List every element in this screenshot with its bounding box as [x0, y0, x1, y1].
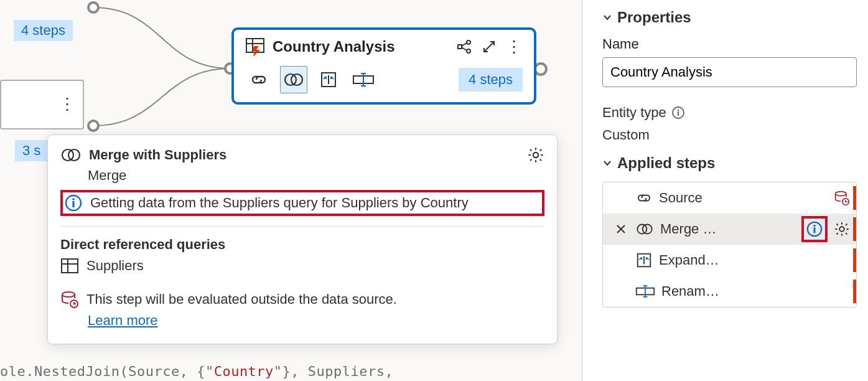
- svg-point-24: [62, 292, 75, 297]
- diagram-canvas[interactable]: 4 steps ⋮ 3 s Country Analysis: [0, 0, 582, 381]
- popup-subtitle: Merge: [88, 167, 544, 184]
- chevron-down-icon: [602, 158, 612, 168]
- svg-rect-20: [72, 201, 74, 207]
- referenced-query-item[interactable]: Suppliers: [60, 258, 544, 274]
- source-link-icon: [635, 192, 653, 204]
- merge-venn-icon[interactable]: [280, 66, 307, 93]
- svg-line-7: [462, 43, 467, 46]
- database-clock-icon: [834, 190, 850, 206]
- popup-title: Merge with Suppliers: [89, 147, 520, 163]
- name-input[interactable]: [602, 57, 857, 87]
- expand-column-icon[interactable]: [315, 66, 342, 93]
- merge-venn-icon: [635, 223, 654, 235]
- divider: [60, 226, 544, 227]
- svg-point-5: [467, 40, 470, 44]
- expand-arrows-icon[interactable]: [480, 38, 498, 55]
- svg-rect-4: [458, 45, 462, 49]
- applied-steps-section-header[interactable]: Applied steps: [602, 154, 857, 172]
- share-nodes-icon[interactable]: [455, 38, 473, 55]
- node-connector-dot: [87, 120, 100, 132]
- applied-step-merge[interactable]: Merge …: [603, 214, 856, 245]
- steps-badge-upstream-1: 4 steps: [14, 20, 73, 41]
- merge-venn-icon: [60, 148, 82, 162]
- info-circle-icon: [64, 194, 83, 212]
- source-link-icon[interactable]: [245, 66, 273, 93]
- svg-line-8: [462, 47, 467, 50]
- gear-icon[interactable]: [527, 146, 544, 164]
- formula-bar[interactable]: ole.NestedJoin(Source, {"Country"}, Supp…: [0, 364, 393, 379]
- step-label: Merge …: [660, 221, 795, 237]
- entity-type-label: Entity type: [602, 105, 666, 121]
- popup-info-text: Getting data from the Suppliers query fo…: [90, 195, 469, 211]
- properties-panel: Properties Name Entity type Custom Appli…: [582, 0, 868, 381]
- svg-point-19: [72, 198, 75, 200]
- step-label: Renam…: [661, 283, 850, 299]
- svg-rect-28: [678, 111, 679, 116]
- node-connector-dot: [87, 1, 100, 14]
- fold-indicator: [853, 217, 856, 241]
- chevron-down-icon: [602, 12, 612, 22]
- database-clock-icon: [60, 290, 79, 309]
- svg-rect-21: [62, 259, 78, 273]
- svg-point-34: [813, 225, 815, 227]
- svg-point-17: [533, 153, 538, 158]
- steps-count-badge: 4 steps: [459, 68, 523, 92]
- expand-column-icon: [635, 252, 653, 269]
- step-details-popup: Merge with Suppliers Merge Getting data …: [47, 134, 558, 344]
- referenced-query-name: Suppliers: [86, 258, 144, 274]
- svg-point-29: [836, 192, 846, 196]
- fold-indicator: [853, 280, 856, 303]
- applied-step-source[interactable]: Source: [603, 182, 856, 214]
- fold-indicator: [853, 248, 856, 272]
- info-circle-icon[interactable]: [671, 106, 685, 120]
- step-info-highlight: [801, 216, 828, 242]
- steps-badge-upstream-2: 3 s: [15, 140, 48, 161]
- referenced-queries-header: Direct referenced queries: [60, 237, 544, 253]
- query-node-title: Country Analysis: [273, 38, 448, 55]
- step-label: Expand…: [659, 252, 850, 268]
- applied-step-expand[interactable]: Expand…: [603, 245, 856, 276]
- svg-point-36: [839, 227, 844, 232]
- delete-step-icon[interactable]: [613, 223, 629, 235]
- name-label: Name: [602, 36, 857, 52]
- more-vertical-icon[interactable]: ⋮: [59, 95, 75, 114]
- fold-indicator: [853, 186, 856, 210]
- rename-cursor-icon[interactable]: [350, 66, 377, 93]
- more-vertical-icon[interactable]: ⋮: [505, 38, 523, 55]
- table-lightning-icon: [245, 37, 265, 56]
- gear-icon[interactable]: [834, 221, 850, 237]
- applied-steps-list: Source Merge …: [602, 182, 857, 308]
- evaluation-warning-text: This step will be evaluated outside the …: [86, 291, 397, 308]
- rename-cursor-icon: [635, 285, 655, 298]
- svg-point-27: [677, 110, 679, 111]
- entity-type-value: Custom: [602, 127, 857, 143]
- table-icon: [60, 258, 79, 274]
- properties-section-header[interactable]: Properties: [602, 9, 857, 26]
- svg-marker-3: [253, 46, 260, 56]
- step-label: Source: [659, 190, 828, 206]
- popup-info-highlight: Getting data from the Suppliers query fo…: [60, 190, 544, 216]
- svg-rect-35: [814, 227, 816, 233]
- query-node-country-analysis[interactable]: Country Analysis ⋮: [231, 27, 536, 105]
- learn-more-link[interactable]: Learn more: [88, 313, 158, 329]
- applied-step-rename[interactable]: Renam…: [603, 276, 856, 307]
- upstream-query-card[interactable]: ⋮: [0, 80, 84, 129]
- svg-point-6: [467, 49, 470, 53]
